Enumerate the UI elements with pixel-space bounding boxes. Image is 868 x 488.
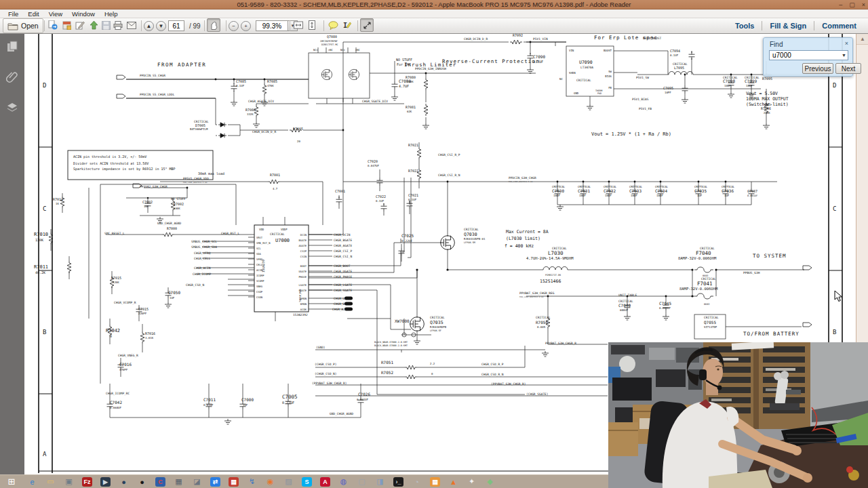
photo-viewer[interactable]: ◨: [371, 475, 389, 488]
navigation-pane: [0, 34, 24, 474]
layers-icon[interactable]: [6, 102, 18, 114]
schematic-label: 15382392: [293, 313, 308, 317]
zoom-out-button[interactable]: −: [229, 21, 239, 31]
schematic-label: Q7035: [430, 320, 443, 325]
schematic-label: 10UF: [605, 194, 612, 197]
movie-maker[interactable]: ◪: [188, 475, 206, 488]
save-button[interactable]: [99, 18, 113, 32]
menu-help[interactable]: Help: [100, 10, 122, 18]
command-prompt[interactable]: ›_: [389, 475, 408, 488]
schematic-label: VRST: [256, 236, 263, 239]
schematic-label: SHDN: [569, 71, 576, 75]
menu-file[interactable]: File: [4, 10, 22, 18]
teamviewer[interactable]: ⇄: [206, 475, 224, 488]
next-page-button[interactable]: ▼: [156, 21, 166, 31]
filezilla[interactable]: Fz: [78, 475, 96, 488]
fit-width-button[interactable]: [292, 18, 305, 32]
find-search-input[interactable]: u7000 ▼: [769, 50, 848, 60]
schematic-label: PIM8171T-EK: [545, 274, 561, 277]
find-next-button[interactable]: Next: [835, 63, 861, 74]
tab-comment[interactable]: Comment: [814, 22, 864, 30]
attachments-icon[interactable]: [6, 71, 18, 83]
scroll-up-arrow[interactable]: ▲: [856, 34, 868, 45]
vlc[interactable]: ▲: [444, 475, 462, 488]
tab-tools[interactable]: Tools: [728, 22, 762, 30]
page-number-input[interactable]: [168, 20, 184, 31]
notes-app[interactable]: ▤: [426, 475, 444, 488]
sign-button[interactable]: [73, 18, 87, 32]
highlight-button[interactable]: I: [340, 18, 353, 32]
minimize-button[interactable]: –: [839, 1, 842, 8]
file-explorer[interactable]: ▭: [41, 475, 60, 488]
media-player-2[interactable]: ◍: [334, 475, 353, 488]
chevron-down-icon[interactable]: ▼: [842, 53, 846, 58]
maximize-button[interactable]: ▢: [849, 1, 855, 8]
find-previous-button[interactable]: Previous: [802, 63, 833, 74]
schematic-label: ACOK: [300, 308, 307, 311]
bat-app[interactable]: ✦: [462, 475, 481, 488]
schematic-label: C7015: [138, 307, 149, 311]
schematic-label: CHGR_SGATE_DIV: [362, 100, 388, 104]
schematic-label: 10UF: [579, 194, 586, 197]
schematic-label: 1K: [56, 202, 59, 205]
internet-explorer[interactable]: e: [23, 475, 41, 488]
zoom-level-value[interactable]: 99.3%: [256, 20, 288, 31]
skype[interactable]: S: [298, 475, 316, 488]
red-doc-app[interactable]: ▤: [224, 475, 243, 488]
menu-view[interactable]: View: [45, 10, 66, 18]
schematic-label: TO/FROM BATTERY: [743, 331, 800, 337]
schematic-label: R7015: [111, 276, 121, 280]
sphere-app[interactable]: ●: [133, 475, 151, 488]
schematic-label: 0.1UF: [670, 54, 679, 57]
stats-app[interactable]: ◆: [481, 475, 499, 488]
previous-page-button[interactable]: ▲: [144, 21, 154, 31]
schematic-label: CHGR_CELL: [194, 257, 211, 261]
menu-window[interactable]: Window: [68, 10, 99, 18]
expand-toolbar-button[interactable]: [360, 18, 374, 32]
zoom-in-button[interactable]: +: [241, 21, 251, 31]
print-button[interactable]: [111, 18, 125, 32]
separator: [44, 20, 45, 31]
schematic-label: CHGR_BOOT: [334, 264, 351, 268]
hand-2: [803, 473, 812, 483]
schematic-label: CRITICAL: [536, 316, 551, 319]
messenger-app[interactable]: ●: [115, 475, 133, 488]
schematic-label: B: [833, 329, 836, 336]
ccleaner[interactable]: C: [151, 475, 170, 488]
firefox[interactable]: ◉: [261, 475, 279, 488]
open-button[interactable]: Open: [3, 18, 43, 33]
close-button[interactable]: ×: [862, 1, 865, 8]
sticky-note-button[interactable]: [60, 18, 73, 32]
skype-icon: S: [302, 477, 312, 487]
print-tool[interactable]: ▨: [279, 475, 298, 488]
usb-tool[interactable]: ↯: [243, 475, 261, 488]
share-button[interactable]: [87, 18, 100, 32]
fit-page-button[interactable]: [305, 18, 319, 32]
page-thumbnails-icon[interactable]: [6, 41, 18, 53]
tab-fill-sign[interactable]: Fill & Sign: [762, 22, 814, 30]
schematic-label: C: [833, 205, 836, 212]
window-title: 051-9589 - 820-3332 - SCHEM,MLB,KEPLER,2…: [237, 1, 631, 8]
schematic-label: C7042: [110, 400, 122, 405]
schematic-label: GND_CHGR_AGND: [157, 222, 182, 226]
sign-pen-icon: [75, 21, 85, 30]
media-player-icon: ▶: [100, 477, 111, 487]
send-file-button[interactable]: [46, 18, 60, 32]
video-tool[interactable]: ▦: [170, 475, 188, 488]
audio-app[interactable]: ◔: [408, 475, 426, 488]
adobe-reader[interactable]: A: [316, 475, 334, 488]
email-button[interactable]: [125, 18, 138, 32]
schematic-label: U7090: [579, 60, 593, 65]
schematic-label: CHGR_CSI_N: [334, 255, 352, 259]
find-close-icon[interactable]: ×: [845, 40, 848, 47]
menu-edit[interactable]: Edit: [24, 10, 43, 18]
start-button[interactable]: ⊞: [0, 475, 23, 488]
comment-bubble-button[interactable]: [326, 18, 340, 32]
hand-tool-button[interactable]: [207, 18, 220, 32]
schematic-label: SDA: [256, 252, 262, 256]
media-player[interactable]: ▶: [96, 475, 115, 488]
schematic-label: CHGR_CSI_R_P: [438, 153, 460, 157]
schematic-label: VDD: [259, 228, 264, 231]
remote-pc-app[interactable]: ▣: [60, 475, 78, 488]
remote-window[interactable]: ▢: [353, 475, 371, 488]
